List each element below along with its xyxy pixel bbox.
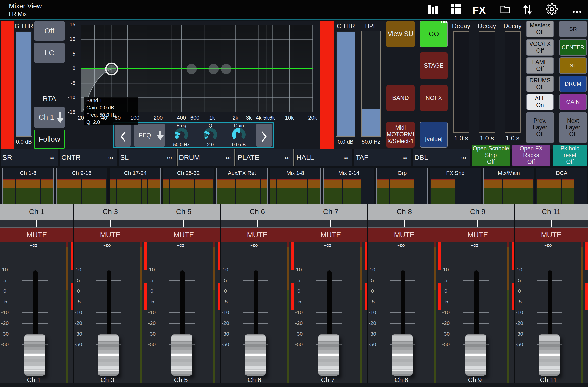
svg-text:FX: FX [472, 4, 486, 16]
